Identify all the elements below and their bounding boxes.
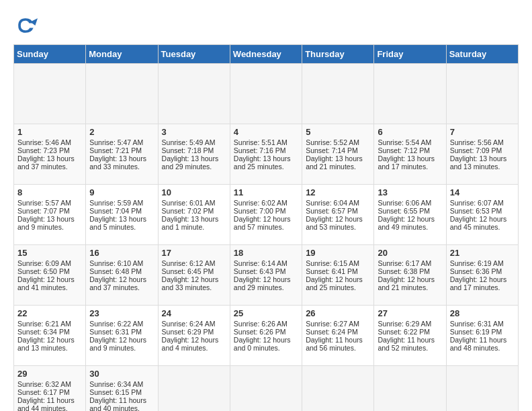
calendar-cell <box>374 64 446 124</box>
day-info-line: and 17 minutes. <box>450 283 515 291</box>
day-info-line: Sunset: 7:09 PM <box>450 146 515 154</box>
col-header-friday: Friday <box>374 45 446 64</box>
day-info-line: and 9 minutes. <box>89 344 154 352</box>
day-info-line: Daylight: 11 hours <box>378 336 442 344</box>
day-info-line: Daylight: 13 hours <box>306 154 370 163</box>
col-header-monday: Monday <box>86 45 158 64</box>
day-info-line: Daylight: 12 hours <box>234 215 298 223</box>
day-info-line: Daylight: 12 hours <box>234 275 298 283</box>
calendar-cell: 16Sunrise: 6:10 AMSunset: 6:48 PMDayligh… <box>86 245 158 306</box>
day-info-line: Sunset: 7:07 PM <box>17 207 82 215</box>
calendar-cell: 24Sunrise: 6:24 AMSunset: 6:29 PMDayligh… <box>158 306 230 366</box>
day-info-line: and 21 minutes. <box>306 163 370 171</box>
calendar-cell: 1Sunrise: 5:46 AMSunset: 7:23 PMDaylight… <box>14 124 86 185</box>
day-info-line: and 25 minutes. <box>234 163 298 171</box>
day-info-line: and 37 minutes. <box>89 283 154 291</box>
calendar-cell: 10Sunrise: 6:01 AMSunset: 7:02 PMDayligh… <box>158 185 230 245</box>
day-number: 20 <box>378 248 442 258</box>
calendar-cell: 5Sunrise: 5:52 AMSunset: 7:14 PMDaylight… <box>302 124 374 185</box>
calendar-cell: 6Sunrise: 5:54 AMSunset: 7:12 PMDaylight… <box>374 124 446 185</box>
day-info-line: Sunrise: 6:02 AM <box>234 199 298 207</box>
day-info-line: and 40 minutes. <box>89 404 154 411</box>
calendar-cell: 11Sunrise: 6:02 AMSunset: 7:00 PMDayligh… <box>230 185 302 245</box>
calendar-cell: 29Sunrise: 6:32 AMSunset: 6:17 PMDayligh… <box>14 366 86 412</box>
calendar-cell: 28Sunrise: 6:31 AMSunset: 6:19 PMDayligh… <box>446 306 518 366</box>
day-info-line: Sunset: 6:24 PM <box>306 328 370 336</box>
day-info-line: and 41 minutes. <box>17 283 82 291</box>
day-info-line: and 56 minutes. <box>306 344 370 352</box>
day-info-line: Sunset: 6:15 PM <box>89 388 154 396</box>
day-info-line: Daylight: 13 hours <box>89 154 154 163</box>
calendar-cell: 23Sunrise: 6:22 AMSunset: 6:31 PMDayligh… <box>86 306 158 366</box>
day-number: 27 <box>378 308 442 318</box>
day-info-line: Daylight: 12 hours <box>450 215 515 223</box>
day-info-line: Sunset: 6:48 PM <box>89 267 154 275</box>
calendar-cell <box>14 64 86 124</box>
page-header <box>13 13 519 38</box>
day-info-line: Sunrise: 6:07 AM <box>450 199 515 207</box>
day-number: 4 <box>234 127 298 137</box>
calendar-cell <box>302 366 374 412</box>
calendar-cell <box>302 64 374 124</box>
day-info-line: Sunset: 6:29 PM <box>162 328 226 336</box>
day-info-line: Daylight: 12 hours <box>306 275 370 283</box>
calendar-cell: 19Sunrise: 6:15 AMSunset: 6:41 PMDayligh… <box>302 245 374 306</box>
day-number: 10 <box>162 187 226 197</box>
day-number: 2 <box>89 127 154 137</box>
day-info-line: and 57 minutes. <box>234 223 298 231</box>
day-info-line: Sunrise: 6:15 AM <box>306 259 370 267</box>
day-info-line: Sunrise: 6:10 AM <box>89 259 154 267</box>
week-row-1 <box>14 64 519 124</box>
day-number: 3 <box>162 127 226 137</box>
day-info-line: and 13 minutes. <box>17 344 82 352</box>
day-info-line: Sunrise: 6:27 AM <box>306 320 370 328</box>
day-info-line: Sunset: 6:57 PM <box>306 207 370 215</box>
day-number: 1 <box>17 127 82 137</box>
day-info-line: Sunset: 7:00 PM <box>234 207 298 215</box>
calendar-cell <box>230 64 302 124</box>
calendar-cell <box>86 64 158 124</box>
day-info-line: and 5 minutes. <box>89 223 154 231</box>
day-info-line: Sunset: 6:43 PM <box>234 267 298 275</box>
day-info-line: and 53 minutes. <box>306 223 370 231</box>
day-info-line: Sunrise: 6:06 AM <box>378 199 442 207</box>
calendar-cell: 12Sunrise: 6:04 AMSunset: 6:57 PMDayligh… <box>302 185 374 245</box>
day-number: 6 <box>378 127 442 137</box>
day-info-line: Sunrise: 5:56 AM <box>450 138 515 146</box>
day-info-line: Sunrise: 5:57 AM <box>17 199 82 207</box>
day-info-line: Sunrise: 6:34 AM <box>89 380 154 388</box>
calendar-cell: 7Sunrise: 5:56 AMSunset: 7:09 PMDaylight… <box>446 124 518 185</box>
day-number: 11 <box>234 187 298 197</box>
calendar-cell: 30Sunrise: 6:34 AMSunset: 6:15 PMDayligh… <box>86 366 158 412</box>
day-info-line: Daylight: 12 hours <box>450 275 515 283</box>
calendar-cell: 14Sunrise: 6:07 AMSunset: 6:53 PMDayligh… <box>446 185 518 245</box>
day-info-line: Daylight: 13 hours <box>17 215 82 223</box>
day-number: 5 <box>306 127 370 137</box>
day-number: 28 <box>450 308 515 318</box>
calendar-cell: 18Sunrise: 6:14 AMSunset: 6:43 PMDayligh… <box>230 245 302 306</box>
calendar-header-row: SundayMondayTuesdayWednesdayThursdayFrid… <box>14 45 519 64</box>
day-info-line: Sunrise: 6:09 AM <box>17 259 82 267</box>
day-info-line: Sunset: 7:18 PM <box>162 146 226 154</box>
calendar-cell: 21Sunrise: 6:19 AMSunset: 6:36 PMDayligh… <box>446 245 518 306</box>
week-row-5: 22Sunrise: 6:21 AMSunset: 6:34 PMDayligh… <box>14 306 519 366</box>
col-header-sunday: Sunday <box>14 45 86 64</box>
day-number: 14 <box>450 187 515 197</box>
day-number: 17 <box>162 248 226 258</box>
day-info-line: Sunrise: 5:47 AM <box>89 138 154 146</box>
day-info-line: Daylight: 12 hours <box>234 336 298 344</box>
day-number: 21 <box>450 248 515 258</box>
week-row-4: 15Sunrise: 6:09 AMSunset: 6:50 PMDayligh… <box>14 245 519 306</box>
day-info-line: and 49 minutes. <box>378 223 442 231</box>
day-number: 8 <box>17 187 82 197</box>
calendar-cell: 15Sunrise: 6:09 AMSunset: 6:50 PMDayligh… <box>14 245 86 306</box>
day-info-line: Sunrise: 5:54 AM <box>378 138 442 146</box>
day-info-line: and 48 minutes. <box>450 344 515 352</box>
calendar-cell: 27Sunrise: 6:29 AMSunset: 6:22 PMDayligh… <box>374 306 446 366</box>
day-info-line: Sunrise: 5:51 AM <box>234 138 298 146</box>
day-info-line: Sunrise: 6:22 AM <box>89 320 154 328</box>
week-row-2: 1Sunrise: 5:46 AMSunset: 7:23 PMDaylight… <box>14 124 519 185</box>
day-info-line: Sunset: 6:53 PM <box>450 207 515 215</box>
calendar-cell: 4Sunrise: 5:51 AMSunset: 7:16 PMDaylight… <box>230 124 302 185</box>
day-info-line: Daylight: 13 hours <box>89 215 154 223</box>
